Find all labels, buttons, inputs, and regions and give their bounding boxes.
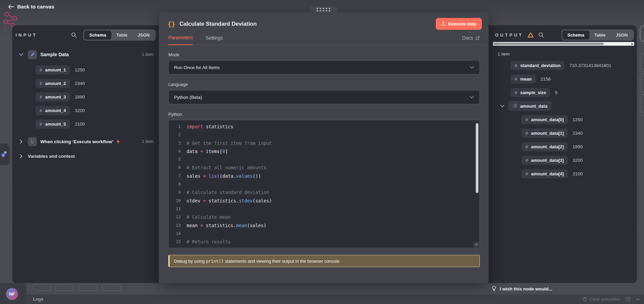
editor-scrollbar[interactable] xyxy=(476,123,478,193)
number-type-icon: # xyxy=(40,67,42,72)
code-line: 5 xyxy=(169,155,479,164)
input-field-value: 1890 xyxy=(75,94,85,100)
code-token: 0 xyxy=(222,149,225,154)
code-token: # Extract all numeric amounts xyxy=(187,165,266,170)
code-line: 2 xyxy=(169,131,479,139)
language-select[interactable]: Python (Beta) xyxy=(168,90,480,104)
line-number: 7 xyxy=(169,172,187,180)
trash-icon xyxy=(583,297,587,302)
output-tab-json[interactable]: JSON xyxy=(611,30,633,40)
code-token xyxy=(206,173,209,179)
user-avatar[interactable]: NF xyxy=(6,288,18,300)
input-field-pill[interactable]: #amount_2 xyxy=(36,79,70,88)
number-type-icon: # xyxy=(515,63,517,68)
input-source-name[interactable]: Sample Data xyxy=(40,52,69,57)
input-tab-schema[interactable]: Schema xyxy=(84,30,111,40)
input-tab-table[interactable]: Table xyxy=(111,30,133,40)
output-field-row: #amount_data[1]2340 xyxy=(489,126,637,140)
lightbulb-icon xyxy=(492,286,496,292)
code-token: mean xyxy=(236,223,247,228)
input-panel: INPUT Schema Table JSON Sample Data 1 it… xyxy=(12,25,159,283)
canvas-control-outline xyxy=(102,284,121,291)
tab-settings[interactable]: Settings xyxy=(206,35,223,45)
mode-select[interactable]: Run Once for All Items xyxy=(168,60,480,74)
chevron-down-icon[interactable] xyxy=(499,105,506,108)
line-number: 5 xyxy=(169,155,187,164)
output-field-list: #standard_deviation710.3731413841601#mea… xyxy=(489,59,637,180)
input-field-pill[interactable]: #amount_1 xyxy=(36,65,70,74)
chevron-down-icon[interactable] xyxy=(18,53,24,56)
number-type-icon: # xyxy=(515,77,517,82)
chevron-right-icon[interactable] xyxy=(18,139,24,144)
field-name: amount_data[2] xyxy=(531,144,564,149)
code-editor[interactable]: 1import statistics23# Get the first item… xyxy=(168,120,480,248)
chevron-right-icon[interactable] xyxy=(18,154,24,158)
input-field-pill[interactable]: #amount_3 xyxy=(36,92,70,102)
code-token: = xyxy=(200,149,203,154)
output-field-pill[interactable]: #amount_data[4] xyxy=(521,169,568,178)
output-field-row: #sample_size5 xyxy=(489,86,637,99)
number-type-icon: # xyxy=(40,94,42,100)
output-field-pill[interactable]: #mean xyxy=(511,74,536,84)
back-to-canvas-label: Back to canvas xyxy=(17,4,54,9)
output-panel-title: OUTPUT xyxy=(495,32,523,38)
code-line: 8 xyxy=(169,180,479,188)
code-lines: 1import statistics23# Get the first item… xyxy=(169,123,479,246)
code-token: statistics. xyxy=(206,198,239,203)
modal-drag-handle[interactable] xyxy=(310,6,337,13)
code-token: = xyxy=(203,173,206,179)
code-text: mean = statistics.mean(sales) xyxy=(187,221,266,230)
code-token: values xyxy=(236,173,253,179)
logs-label[interactable]: Logs xyxy=(33,297,43,302)
back-to-canvas-button[interactable]: Back to canvas xyxy=(8,4,54,9)
output-tab-table[interactable]: Table xyxy=(589,30,611,40)
editor-resize-corner[interactable]: ⟲ xyxy=(473,242,479,247)
output-field-pill[interactable]: #amount_data[0] xyxy=(521,115,568,124)
output-horizontal-scrollbar[interactable]: ▶ xyxy=(493,42,634,46)
wish-feedback-button[interactable]: I wish this node would... xyxy=(492,286,552,292)
input-tab-json[interactable]: JSON xyxy=(133,30,155,40)
line-number: 15 xyxy=(169,238,187,246)
output-field-pill[interactable]: #standard_deviation xyxy=(511,61,564,70)
chevron-down-icon xyxy=(470,96,474,99)
input-search-icon[interactable] xyxy=(71,32,77,38)
scrollbar-arrow-icon[interactable]: ▶ xyxy=(631,42,634,46)
output-field-pill[interactable]: #sample_size xyxy=(511,88,550,97)
pinned-data-button[interactable] xyxy=(0,144,9,165)
popout-icon[interactable] xyxy=(625,297,630,302)
output-field-row: #amount_data[4]2100 xyxy=(489,167,637,180)
scrollbar-thumb[interactable] xyxy=(494,43,604,45)
variables-context-row[interactable]: Variables and context xyxy=(12,151,159,161)
field-name: amount_3 xyxy=(45,94,66,100)
output-tab-schema[interactable]: Schema xyxy=(562,30,589,40)
clear-execution-button[interactable]: Clear execution xyxy=(583,297,620,302)
tab-parameters[interactable]: Parameters xyxy=(168,35,193,45)
output-search-icon[interactable] xyxy=(538,32,544,38)
input-field-pill[interactable]: #amount_5 xyxy=(36,120,70,129)
line-number: 12 xyxy=(169,213,187,221)
number-type-icon: # xyxy=(525,144,528,149)
code-token: stdev xyxy=(239,198,253,203)
chevron-up-icon[interactable] xyxy=(636,298,640,301)
output-field-pill[interactable]: #amount_data[3] xyxy=(521,156,568,165)
node-title: Calculate Standard Deviation xyxy=(179,21,257,27)
input-field-pill[interactable]: #amount_4 xyxy=(36,106,70,115)
execute-step-button[interactable]: Execute step xyxy=(436,18,482,30)
field-name: amount_data[0] xyxy=(531,117,564,122)
output-field-value: 3200 xyxy=(573,158,583,163)
output-field-pill[interactable]: #amount_data[2] xyxy=(521,142,568,151)
output-field-value: 5 xyxy=(555,90,558,95)
output-field-pill[interactable]: #amount_data[1] xyxy=(521,129,568,138)
flask-icon xyxy=(441,21,446,26)
pin-icon xyxy=(0,151,8,158)
docs-link[interactable]: Docs xyxy=(462,35,480,45)
code-token: sales xyxy=(187,173,203,179)
number-type-icon: # xyxy=(40,122,42,127)
output-field-row: #amount_data[0]1250 xyxy=(489,113,637,126)
field-name: amount_2 xyxy=(45,81,66,86)
output-field-pill[interactable]: amount_data xyxy=(508,101,552,111)
input-trigger-name[interactable]: When clicking ‘Execute workflow’ xyxy=(40,139,113,144)
floating-panel-fragment xyxy=(640,26,644,41)
mode-label: Mode xyxy=(168,52,480,57)
output-count: 1 item xyxy=(498,51,637,57)
